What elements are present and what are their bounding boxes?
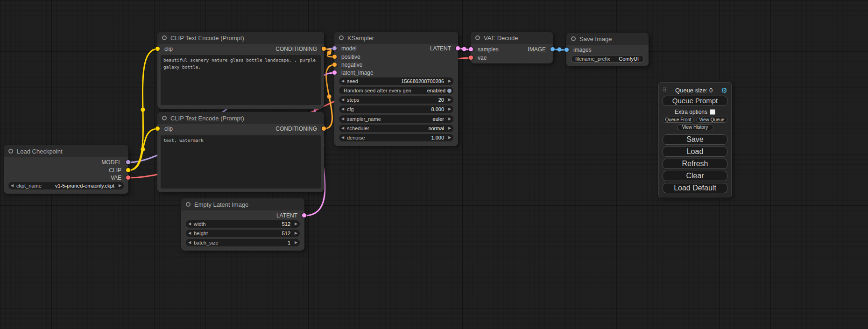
model-output-dot[interactable] [126,160,130,164]
decrement-arrow-icon[interactable]: ◀ [339,77,346,85]
latent-image-input-dot[interactable] [332,70,337,75]
node-title-bar[interactable]: Save Image [566,33,649,45]
decrement-arrow-icon[interactable]: ◀ [339,96,346,104]
vae-output-dot[interactable] [126,175,130,180]
node-clip-text-encode-positive[interactable]: CLIP Text Encode (Prompt) clip CONDITION… [157,32,324,109]
decrement-arrow-icon[interactable]: ◀ [186,230,193,237]
node-ksampler[interactable]: KSampler model LATENT positive negative … [334,32,458,146]
widget-filename-prefix[interactable]: filename_prefix ComfyUI [571,55,644,63]
queue-prompt-button[interactable]: Queue Prompt [663,96,727,106]
input-label: positive [341,54,360,60]
model-input-dot[interactable] [332,46,337,50]
vae-input-dot[interactable] [469,56,473,60]
image-output-dot[interactable] [550,47,555,51]
collapse-dot-icon[interactable] [571,36,576,41]
node-title-bar[interactable]: VAE Decode [471,32,553,44]
clip-input-dot[interactable] [155,126,160,131]
clear-button[interactable]: Clear [663,171,727,181]
negative-input-dot[interactable] [332,63,337,67]
collapse-dot-icon[interactable] [339,35,344,40]
widget-scheduler[interactable]: ◀ scheduler normal ▶ [339,125,453,132]
output-slot-latent: LATENT [181,212,304,219]
positive-prompt-textarea[interactable]: beautiful scenery nature glass bottle la… [161,55,321,105]
node-empty-latent-image[interactable]: Empty Latent Image LATENT ◀ width 512 ▶ … [181,198,304,251]
increment-arrow-icon[interactable]: ▶ [446,115,453,123]
collapse-dot-icon[interactable] [475,35,480,40]
decrement-arrow-icon[interactable]: ◀ [339,105,346,113]
latent-output-dot[interactable] [302,213,306,217]
decrement-arrow-icon[interactable]: ◀ [8,182,16,189]
collapse-dot-icon[interactable] [8,149,13,154]
save-button[interactable]: Save [663,134,727,145]
refresh-button[interactable]: Refresh [663,159,727,169]
decrement-arrow-icon[interactable]: ◀ [339,134,346,141]
widget-sampler-name[interactable]: ◀ sampler_name euler ▶ [339,115,453,123]
increment-arrow-icon[interactable]: ▶ [292,230,300,237]
negative-prompt-textarea[interactable]: text, watermark [161,135,321,189]
view-history-button[interactable]: View History [677,124,713,130]
node-clip-text-encode-negative[interactable]: CLIP Text Encode (Prompt) clip CONDITION… [157,112,324,192]
decrement-arrow-icon[interactable]: ◀ [186,220,193,228]
node-title-bar[interactable]: CLIP Text Encode (Prompt) [157,32,324,44]
widget-seed[interactable]: ◀ seed 156680208700286 ▶ [339,77,453,85]
widget-value: euler [433,116,444,122]
decrement-arrow-icon[interactable]: ◀ [186,239,193,246]
load-default-button[interactable]: Load Default [663,183,727,193]
widget-value: 20 [438,97,444,103]
decrement-arrow-icon[interactable]: ◀ [339,115,346,123]
drag-handle-icon[interactable]: ⠿ [663,87,667,93]
output-label: MODEL [101,159,121,166]
toggle-knob-icon[interactable] [447,89,452,93]
queue-front-button[interactable]: Queue Front [663,117,694,123]
load-button[interactable]: Load [663,147,727,157]
widget-label: steps [347,97,359,103]
widget-batch-size[interactable]: ◀ batch_size 1 ▶ [186,239,300,246]
increment-arrow-icon[interactable]: ▶ [446,77,453,85]
link-dot-image [557,48,562,52]
increment-arrow-icon[interactable]: ▶ [446,96,453,104]
node-title-bar[interactable]: Load Checkpoint [4,145,128,157]
extra-options-checkbox[interactable] [710,109,715,115]
collapse-dot-icon[interactable] [162,116,167,120]
widget-cfg[interactable]: ◀ cfg 8.000 ▶ [339,105,453,113]
collapse-dot-icon[interactable] [162,35,167,40]
increment-arrow-icon[interactable]: ▶ [446,125,453,132]
positive-input-dot[interactable] [332,55,337,59]
widget-height[interactable]: ◀ height 512 ▶ [186,230,300,237]
increment-arrow-icon[interactable]: ▶ [292,220,300,228]
widget-value: 156680208700286 [401,78,444,84]
images-input-dot[interactable] [565,48,569,52]
widget-random-seed-toggle[interactable]: Random seed after every gen enabled [339,87,453,94]
node-load-checkpoint[interactable]: Load Checkpoint MODEL CLIP VAE ◀ ckpt_na… [4,145,128,194]
widget-value: 1 [288,240,290,245]
node-vae-decode[interactable]: VAE Decode samples IMAGE vae [471,32,553,63]
latent-output-dot[interactable] [456,46,460,50]
increment-arrow-icon[interactable]: ▶ [116,182,124,189]
widget-ckpt-name[interactable]: ◀ ckpt_name v1-5-pruned-emaonly.ckpt ▶ [8,182,124,189]
widget-denoise[interactable]: ◀ denoise 1.000 ▶ [339,134,453,141]
widget-width[interactable]: ◀ width 512 ▶ [186,220,300,228]
increment-arrow-icon[interactable]: ▶ [292,239,300,246]
node-graph-canvas[interactable]: Load Checkpoint MODEL CLIP VAE ◀ ckpt_na… [0,0,868,329]
increment-arrow-icon[interactable]: ▶ [446,105,453,113]
output-label: IMAGE [528,46,546,53]
view-queue-button[interactable]: View Queue [696,117,727,123]
node-title-bar[interactable]: KSampler [334,32,458,44]
conditioning-output-dot[interactable] [322,47,326,51]
decrement-arrow-icon[interactable]: ◀ [339,125,346,132]
clip-output-dot[interactable] [126,168,130,172]
increment-arrow-icon[interactable]: ▶ [446,134,453,141]
widget-value: enabled [427,88,445,93]
node-title-bar[interactable]: Empty Latent Image [181,198,304,210]
collapse-dot-icon[interactable] [186,202,191,207]
slot-row: samples IMAGE [471,46,553,53]
node-title-bar[interactable]: CLIP Text Encode (Prompt) [157,112,324,124]
settings-gear-icon[interactable]: ⚙ [721,87,727,94]
clip-input-dot[interactable] [155,47,160,51]
widget-steps[interactable]: ◀ steps 20 ▶ [339,96,453,104]
output-label: CONDITIONING [275,126,317,132]
node-save-image[interactable]: Save Image images filename_prefix ComfyU… [566,33,649,66]
samples-input-dot[interactable] [469,47,473,51]
conditioning-output-dot[interactable] [322,126,326,131]
slot-row: clip CONDITIONING [157,125,324,133]
